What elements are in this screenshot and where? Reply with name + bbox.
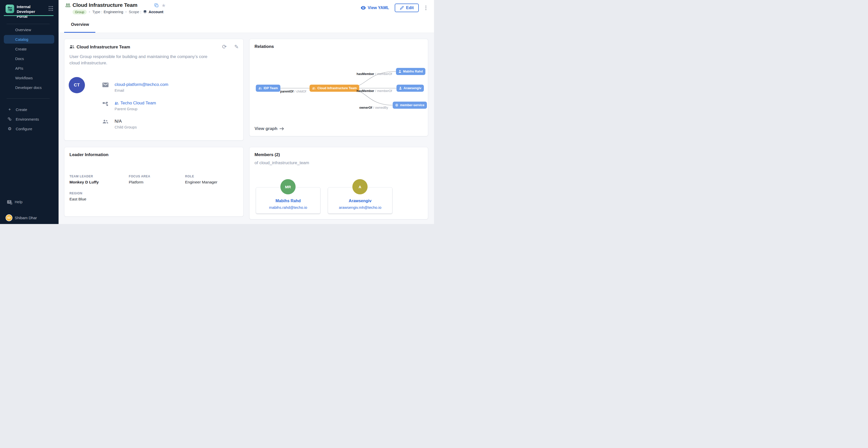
- child-groups-value: N/A: [115, 119, 137, 124]
- brand-title: Internal Developer Portal: [17, 5, 46, 19]
- parent-group-label: Parent Group: [115, 107, 156, 111]
- eye-icon: [361, 6, 366, 10]
- graph-node-arawsengiv[interactable]: Arawsengiv: [397, 85, 424, 92]
- copy-icon[interactable]: [154, 3, 159, 9]
- group-description: User Group responsible for building and …: [69, 54, 213, 66]
- graph-node-label: member-service: [400, 103, 424, 107]
- gear-icon: ⚙: [7, 126, 12, 131]
- leader-card-title: Leader Information: [69, 152, 108, 157]
- refresh-icon[interactable]: ⟳: [222, 44, 227, 50]
- member-name-link[interactable]: Mabihs Rahd: [256, 199, 320, 203]
- graph-node-mabihs-rahd[interactable]: Mabihs Rahd: [396, 68, 425, 75]
- view-yaml-label: View YAML: [368, 6, 389, 10]
- sidebar-item-workflows[interactable]: Workflows: [4, 73, 54, 82]
- kebab-menu-icon[interactable]: [424, 5, 427, 11]
- relations-card: Relations IDP Team Cloud Infrastructure …: [249, 39, 428, 136]
- member-avatar: A: [352, 179, 368, 194]
- members-card: Members (2) of cloud_infrastructure_team…: [249, 147, 428, 219]
- header-actions: View YAML Edit: [361, 4, 427, 12]
- sidebar-item-label: Overview: [15, 28, 31, 32]
- sidebar-item-label: Create: [15, 47, 27, 51]
- people-icon: [258, 87, 262, 90]
- meta-separator-dot: [89, 11, 90, 12]
- edit-button[interactable]: Edit: [395, 4, 419, 12]
- sidebar-item-catalog[interactable]: Catalog: [4, 35, 54, 43]
- org-tree-icon: [102, 101, 109, 111]
- edge-label-parentof: parentOf/childOf: [275, 90, 312, 93]
- child-groups-label: Child Groups: [115, 125, 137, 129]
- entity-header: Cloud Infrastructure Team ★ Group Type :…: [59, 0, 434, 17]
- brand-logo-icon: [6, 5, 14, 13]
- leader-info-card: Leader Information TEAM LEADER Monkey D …: [64, 147, 244, 217]
- graph-node-label: IDP Team: [264, 87, 278, 90]
- sidebar-action-label: Create: [16, 107, 27, 112]
- edge-label-ownerof: ownerOf/ownedBy: [357, 106, 390, 109]
- members-card-subtitle: of cloud_infrastructure_team: [254, 160, 309, 165]
- sidebar-action-create[interactable]: + Create: [4, 105, 54, 114]
- tab-overview[interactable]: Overview: [71, 22, 89, 27]
- type-key: Type :: [92, 10, 102, 14]
- field-label-team-leader: TEAM LEADER: [69, 174, 93, 178]
- sidebar-action-environments[interactable]: Environments: [4, 114, 54, 124]
- brand-accent-bar: [4, 15, 54, 16]
- sidebar-action-configure[interactable]: ⚙ Configure: [4, 124, 54, 133]
- child-groups-row: N/A Child Groups: [102, 119, 137, 129]
- people-icon: [69, 45, 74, 50]
- field-value-focus-area: Platform: [129, 180, 144, 185]
- email-row: cloud-platform@techco.com Email: [102, 82, 168, 93]
- pencil-icon: [400, 6, 404, 10]
- graph-node-label: Mabihs Rahd: [403, 70, 423, 73]
- sidebar-item-create[interactable]: Create: [4, 44, 54, 53]
- favorite-star-icon[interactable]: ★: [161, 3, 166, 8]
- sidebar-item-label: Developer docs: [15, 86, 41, 90]
- sidebar-item-overview[interactable]: Overview: [4, 25, 54, 34]
- field-value-role: Engineer Manager: [185, 180, 218, 185]
- field-value-region: East Blue: [69, 197, 86, 201]
- sidebar-item-docs[interactable]: Docs: [4, 54, 54, 63]
- group-email-link[interactable]: cloud-platform@techco.com: [115, 82, 168, 87]
- graph-node-cloud-infrastructure-team[interactable]: Cloud Infrastructure Team: [310, 85, 359, 92]
- member-name-link[interactable]: Arawsengiv: [328, 199, 392, 203]
- member-email-link[interactable]: mabihs.rahd@techo.io: [256, 205, 320, 210]
- parent-group-link[interactable]: Techo Cloud Team: [115, 101, 156, 106]
- user-menu[interactable]: SD Shibam Dhar: [6, 214, 37, 221]
- parent-group-row: Techo Cloud Team Parent Group: [102, 101, 156, 111]
- group-avatar: CT: [69, 77, 85, 93]
- layers-icon: [143, 10, 147, 14]
- scope-key: Scope :: [129, 10, 141, 14]
- edit-label: Edit: [406, 6, 414, 10]
- field-label-region: REGION: [69, 192, 83, 195]
- help-button[interactable]: ? Help: [7, 200, 23, 204]
- plus-icon: +: [7, 107, 12, 112]
- chip-icon: [395, 104, 398, 107]
- sidebar-item-developer-docs[interactable]: Developer docs: [4, 83, 54, 92]
- members-card-title: Members (2): [254, 152, 280, 157]
- arrow-right-icon: [279, 127, 284, 130]
- member-email-link[interactable]: arawsengiv.mh@techo.io: [328, 205, 392, 210]
- sidebar-action-label: Configure: [16, 127, 32, 131]
- sidebar-item-label: Docs: [15, 57, 24, 61]
- tab-bar: Overview: [59, 17, 434, 33]
- app-grid-icon[interactable]: [49, 6, 54, 11]
- field-label-focus-area: FOCUS AREA: [129, 174, 150, 178]
- person-icon: [399, 70, 401, 73]
- edit-pencil-icon[interactable]: ✎: [234, 44, 239, 50]
- member-avatar: MR: [280, 179, 296, 194]
- page-content: Cloud Infrastructure Team ⟳ ✎ User Group…: [59, 33, 434, 224]
- people-icon: [312, 87, 316, 90]
- meta-separator-dot: [125, 11, 126, 12]
- people-icon: [115, 102, 119, 105]
- field-value-team-leader: Monkey D Luffy: [69, 180, 99, 185]
- sidebar-item-label: APIs: [15, 66, 23, 70]
- help-icon: ?: [7, 200, 11, 204]
- view-yaml-button[interactable]: View YAML: [361, 6, 389, 10]
- user-avatar: SD: [6, 214, 12, 221]
- hexagons-icon: [7, 117, 12, 122]
- page-title: Cloud Infrastructure Team: [72, 2, 137, 8]
- graph-node-member-service[interactable]: member-service: [393, 102, 427, 109]
- main-area: Cloud Infrastructure Team ★ Group Type :…: [59, 0, 434, 224]
- brand: Internal Developer Portal: [6, 5, 46, 19]
- view-graph-link[interactable]: View graph: [254, 126, 284, 131]
- sidebar-item-apis[interactable]: APIs: [4, 64, 54, 72]
- people-icon: [102, 119, 109, 129]
